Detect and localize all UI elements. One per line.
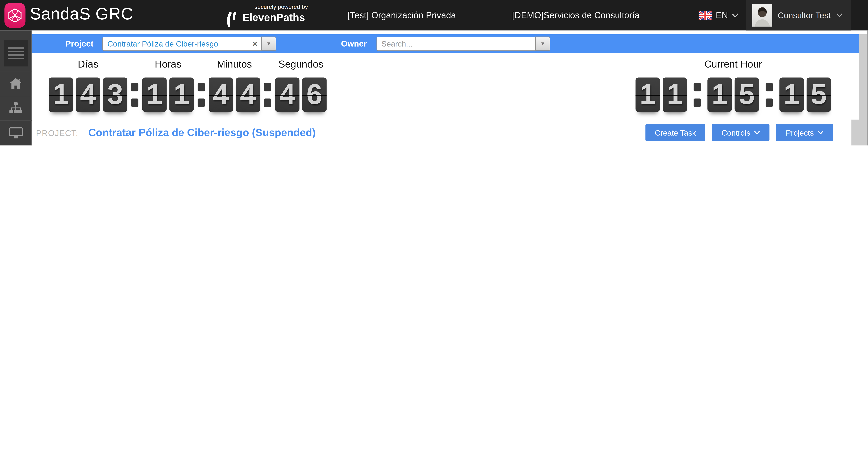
owner-filter-input[interactable] — [376, 36, 535, 51]
content-scrollbar[interactable] — [851, 120, 860, 146]
create-task-button[interactable]: Create Task — [646, 124, 706, 141]
seconds-label: Segundos — [278, 59, 323, 70]
current-hour-digits: 111515 — [636, 77, 831, 112]
sitemap-icon — [9, 102, 23, 114]
app-window: SandaS GRC securely powered by ElevenPat… — [0, 0, 868, 146]
flip-digit: 1 — [636, 77, 660, 112]
project-title-link[interactable]: Contratar Póliza de Ciber-riesgo (Suspen… — [88, 127, 316, 138]
days-digits: 143 — [49, 77, 127, 112]
elevenpaths-logo-icon — [226, 11, 240, 28]
monitor-icon — [8, 127, 23, 139]
flip-digit: 4 — [236, 77, 260, 112]
owner-filter-label: Owner — [341, 39, 367, 48]
project-dropdown-button[interactable]: ▼ — [261, 36, 276, 51]
powered-by-text: securely powered by — [243, 3, 320, 10]
filter-bar: Project × ▼ Owner ▼ — [32, 34, 859, 53]
hexagon-icon — [8, 7, 22, 23]
home-icon — [9, 77, 23, 90]
language-selector[interactable]: EN — [699, 0, 739, 30]
flip-digit: 6 — [302, 77, 327, 112]
owner-combo: ▼ — [376, 36, 550, 51]
window-edge — [867, 30, 868, 146]
sandas-logo-icon[interactable] — [4, 3, 26, 28]
clear-icon[interactable]: × — [253, 39, 257, 49]
flip-digit: 1 — [169, 77, 194, 112]
countdown-hours-group: Horas 11 — [142, 59, 194, 112]
hours-label: Horas — [155, 59, 181, 70]
uk-flag-icon — [699, 11, 712, 20]
current-hour-clock: Current Hour 111515 — [636, 59, 831, 112]
sidebar-item-charts[interactable] — [0, 145, 32, 146]
flip-digit: 1 — [49, 77, 73, 112]
seconds-digits: 46 — [275, 77, 327, 112]
hamburger-icon — [8, 47, 24, 49]
flip-digit: 1 — [663, 77, 687, 112]
controls-dropdown-button[interactable]: Controls — [712, 124, 770, 141]
app-title: SandaS GRC — [30, 4, 133, 23]
chevron-down-icon — [754, 131, 760, 134]
user-name: Consultor Test — [778, 10, 831, 20]
chevron-down-icon — [732, 13, 739, 18]
user-photo-icon — [752, 5, 772, 27]
projects-dropdown-button[interactable]: Projects — [776, 124, 833, 141]
powered-by-block: securely powered by ElevenPaths — [226, 3, 320, 24]
flip-digit: 1 — [142, 77, 167, 112]
sidebar-item-organization[interactable] — [0, 95, 32, 120]
avatar — [752, 4, 772, 27]
current-hour-label: Current Hour — [705, 59, 762, 70]
minutes-label: Minutos — [217, 59, 252, 70]
dropdown-arrow-icon: ▼ — [266, 41, 271, 46]
flip-digit: 3 — [103, 77, 127, 112]
countdown-clock: Días 143 Horas 11 Minutos 44 Segundos 46 — [49, 59, 327, 112]
flip-digit: 4 — [275, 77, 300, 112]
top-bar: SandaS GRC securely powered by ElevenPat… — [0, 0, 868, 30]
flip-colon — [131, 77, 138, 112]
project-combo: × ▼ — [102, 36, 276, 51]
flip-colon — [197, 77, 205, 112]
flip-digit: 5 — [807, 77, 831, 112]
days-label: Días — [78, 59, 98, 70]
owner-dropdown-button[interactable]: ▼ — [535, 36, 550, 51]
flip-digit: 4 — [209, 77, 233, 112]
sidebar — [0, 30, 32, 146]
project-label: PROJECT: — [36, 128, 78, 138]
page-scrollbar[interactable] — [859, 34, 867, 146]
minutes-digits: 44 — [209, 77, 260, 112]
user-menu[interactable]: Consultor Test — [746, 0, 851, 30]
chevron-down-icon — [836, 13, 842, 17]
hamburger-menu-button[interactable] — [4, 40, 28, 66]
business-unit-name: [DEMO]Servicios de Consultoría — [512, 0, 640, 30]
dropdown-arrow-icon: ▼ — [540, 41, 545, 46]
organization-name: [Test] Organización Privada — [348, 0, 456, 30]
flip-digit: 1 — [779, 77, 804, 112]
language-code: EN — [716, 10, 728, 20]
countdown-minutes-group: Minutos 44 — [209, 59, 260, 112]
flip-colon — [766, 77, 773, 112]
countdown-seconds-group: Segundos 46 — [275, 59, 327, 112]
sidebar-item-monitor[interactable] — [0, 120, 32, 145]
hours-digits: 11 — [142, 77, 194, 112]
flip-digit: 1 — [707, 77, 732, 112]
countdown-days-group: Días 143 — [49, 59, 127, 112]
flip-colon — [264, 77, 271, 112]
header-buttons: Create Task Controls Projects — [646, 124, 833, 141]
flip-colon — [694, 77, 701, 112]
project-header: PROJECT:Contratar Póliza de Ciber-riesgo… — [36, 123, 851, 143]
flip-digit: 4 — [76, 77, 100, 112]
project-filter-label: Project — [65, 39, 93, 48]
sidebar-item-home[interactable] — [0, 71, 32, 95]
chevron-down-icon — [818, 131, 824, 134]
elevenpaths-brand: ElevenPaths — [243, 12, 320, 24]
flip-digit: 5 — [735, 77, 759, 112]
project-filter-input[interactable] — [102, 36, 261, 51]
